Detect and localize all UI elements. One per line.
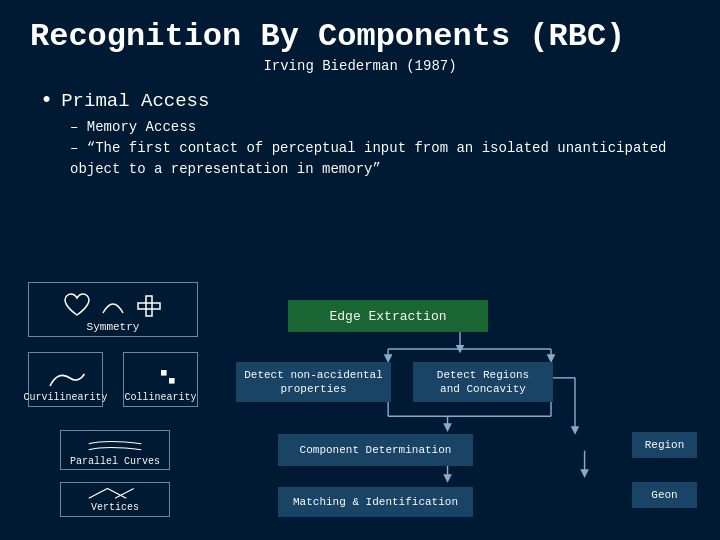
slide: Recognition By Components (RBC) Irving B… bbox=[0, 0, 720, 540]
page-title: Recognition By Components (RBC) bbox=[30, 18, 690, 56]
collinearity-icon bbox=[141, 364, 181, 392]
detect-reg-label: Detect Regionsand Concavity bbox=[437, 368, 529, 397]
curvilinearity-label: Curvilinearity bbox=[24, 392, 108, 403]
region-label: Region bbox=[645, 439, 685, 451]
flow-area: Edge Extraction Detect non-accidentalpro… bbox=[218, 282, 702, 512]
vertices-box: Vertices bbox=[60, 482, 170, 517]
svg-rect-1 bbox=[138, 303, 160, 309]
vertices-icon bbox=[85, 484, 145, 502]
matching-identification-box: Matching & Identification bbox=[278, 487, 473, 517]
edge-extraction-box: Edge Extraction bbox=[288, 300, 488, 332]
component-determination-label: Component Determination bbox=[300, 444, 452, 456]
parallel-curves-icon bbox=[85, 436, 145, 456]
sub-bullet-2: “The first contact of perceptual input f… bbox=[70, 138, 690, 180]
matching-label: Matching & Identification bbox=[293, 496, 458, 508]
symmetry-box: Symmetry bbox=[28, 282, 198, 337]
symmetry-icons bbox=[63, 293, 163, 319]
collinearity-label: Collinearity bbox=[124, 392, 196, 403]
edge-extraction-label: Edge Extraction bbox=[329, 309, 446, 324]
heart-icon bbox=[63, 293, 91, 319]
bullet-main: • Primal Access bbox=[40, 88, 690, 113]
symmetry-label: Symmetry bbox=[87, 321, 140, 333]
svg-rect-2 bbox=[161, 370, 167, 376]
geon-box: Geon bbox=[632, 482, 697, 508]
bullet-section: • Primal Access Memory Access “The first… bbox=[40, 88, 690, 180]
component-determination-box: Component Determination bbox=[278, 434, 473, 466]
sub-bullets: Memory Access “The first contact of perc… bbox=[70, 117, 690, 180]
detect-na-label: Detect non-accidentalproperties bbox=[244, 368, 383, 397]
bullet-main-text: Primal Access bbox=[61, 90, 209, 112]
parallel-curves-box: Parallel Curves bbox=[60, 430, 170, 470]
subtitle: Irving Biederman (1987) bbox=[30, 58, 690, 74]
svg-rect-0 bbox=[146, 296, 152, 316]
detect-regions-box: Detect Regionsand Concavity bbox=[413, 362, 553, 402]
bullet-dot: • bbox=[40, 88, 53, 113]
diagram: Symmetry Curvilinearity Collinearity bbox=[18, 282, 702, 522]
sub-bullet-1: Memory Access bbox=[70, 117, 690, 138]
svg-rect-3 bbox=[169, 378, 175, 384]
arc-icon bbox=[99, 293, 127, 319]
cross-icon bbox=[135, 293, 163, 319]
vertices-label: Vertices bbox=[91, 502, 139, 513]
parallel-curves-label: Parallel Curves bbox=[70, 456, 160, 467]
geon-label: Geon bbox=[651, 489, 677, 501]
left-column: Symmetry Curvilinearity Collinearity bbox=[18, 282, 218, 512]
region-box: Region bbox=[632, 432, 697, 458]
curvilinearity-box: Curvilinearity bbox=[28, 352, 103, 407]
curvilinearity-icon bbox=[46, 364, 86, 392]
detect-non-accidental-box: Detect non-accidentalproperties bbox=[236, 362, 391, 402]
collinearity-box: Collinearity bbox=[123, 352, 198, 407]
